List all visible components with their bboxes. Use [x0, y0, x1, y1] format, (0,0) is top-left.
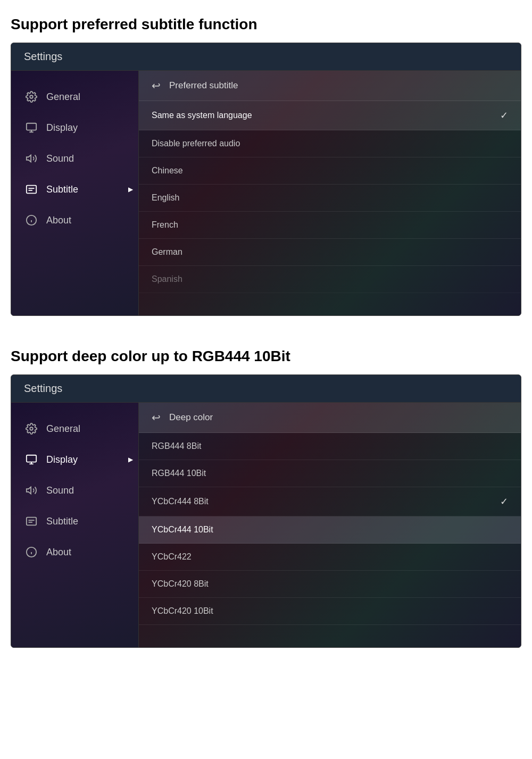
item-label: RGB444 10Bit: [152, 469, 206, 478]
list-item-ycbcr422[interactable]: YCbCr422: [139, 544, 521, 571]
item-label: French: [152, 220, 178, 230]
section2-content-list: RGB444 8Bit RGB444 10Bit YCbCr444 8Bit ✓…: [139, 433, 521, 647]
sidebar2-item-general[interactable]: General: [11, 413, 138, 444]
section1-sidebar: General Display: [11, 71, 139, 315]
item-label: English: [152, 193, 179, 203]
item-label: YCbCr420 10Bit: [152, 606, 213, 616]
sidebar2-subtitle-label: Subtitle: [46, 516, 78, 527]
section1-settings-header: Settings: [11, 43, 521, 71]
section2-content: ↩ Deep color RGB444 8Bit RGB444 10Bit YC…: [139, 403, 521, 647]
gear-icon: [24, 91, 39, 103]
gear-icon-2: [24, 423, 39, 435]
subtitle-icon-2: [24, 515, 39, 527]
content-header-label: Preferred subtitle: [169, 80, 238, 91]
item-label: YCbCr422: [152, 552, 192, 562]
list-item-ycbcr444-8bit[interactable]: YCbCr444 8Bit ✓: [139, 487, 521, 516]
about-icon-2: [24, 546, 39, 558]
svg-point-11: [30, 427, 33, 430]
section2-sidebar: General Display: [11, 403, 139, 647]
list-item-french[interactable]: French: [139, 212, 521, 239]
section1-content: ↩ Preferred subtitle Same as system lang…: [139, 71, 521, 315]
svg-rect-5: [27, 186, 36, 194]
sidebar-sound-label: Sound: [46, 153, 74, 164]
section2-panel: Settings General: [11, 374, 521, 648]
list-item-rgb444-8bit[interactable]: RGB444 8Bit: [139, 433, 521, 460]
display-icon: [24, 122, 39, 134]
svg-rect-1: [27, 123, 36, 130]
check-icon: ✓: [500, 110, 508, 121]
sidebar2-item-sound[interactable]: Sound: [11, 475, 138, 506]
list-item-german[interactable]: German: [139, 239, 521, 266]
list-item-english[interactable]: English: [139, 185, 521, 212]
sidebar-display-label: Display: [46, 122, 78, 134]
back-icon-2[interactable]: ↩: [152, 411, 161, 424]
sidebar2-general-label: General: [46, 423, 80, 435]
item-label: Disable preferred audio: [152, 139, 240, 148]
section1-content-list: Same as system language ✓ Disable prefer…: [139, 101, 521, 315]
sound-icon-2: [24, 485, 39, 496]
sidebar-general-label: General: [46, 91, 80, 103]
list-item-ycbcr420-10bit[interactable]: YCbCr420 10Bit: [139, 598, 521, 625]
item-label: YCbCr444 10Bit: [152, 525, 213, 535]
item-label: YCbCr444 8Bit: [152, 497, 209, 506]
svg-rect-16: [27, 518, 36, 526]
sidebar-item-display[interactable]: Display: [11, 112, 138, 143]
sidebar2-item-about[interactable]: About: [11, 537, 138, 568]
list-item-chinese[interactable]: Chinese: [139, 157, 521, 185]
list-item-same-as-system[interactable]: Same as system language ✓: [139, 101, 521, 130]
item-label: Same as system language: [152, 111, 252, 120]
section1-body: General Display: [11, 71, 521, 315]
sidebar-item-about[interactable]: About: [11, 205, 138, 236]
section1: Support preferred subtitle function Sett…: [11, 16, 521, 316]
content2-header-label: Deep color: [169, 412, 213, 423]
svg-marker-15: [27, 487, 31, 494]
list-item-disable[interactable]: Disable preferred audio: [139, 130, 521, 157]
sidebar2-sound-label: Sound: [46, 485, 74, 496]
svg-point-0: [30, 95, 33, 98]
sidebar-about-label: About: [46, 215, 71, 226]
section2: Support deep color up to RGB444 10Bit Se…: [11, 348, 521, 648]
section1-panel: Settings General: [11, 43, 521, 316]
svg-marker-4: [27, 155, 31, 162]
sidebar2-display-label: Display: [46, 454, 78, 465]
back-icon[interactable]: ↩: [152, 79, 161, 92]
list-item-spanish[interactable]: Spanish: [139, 266, 521, 293]
section1-title: Support preferred subtitle function: [11, 16, 521, 33]
item-label: YCbCr420 8Bit: [152, 579, 209, 589]
subtitle-icon: [24, 184, 39, 195]
section2-content-header: ↩ Deep color: [139, 403, 521, 433]
list-item-ycbcr420-8bit[interactable]: YCbCr420 8Bit: [139, 571, 521, 598]
sidebar-item-general[interactable]: General: [11, 81, 138, 112]
sidebar-item-subtitle[interactable]: Subtitle: [11, 174, 138, 205]
section2-body: General Display: [11, 403, 521, 647]
sidebar2-item-display[interactable]: Display: [11, 444, 138, 475]
section1-content-header: ↩ Preferred subtitle: [139, 71, 521, 101]
list-item-ycbcr444-10bit[interactable]: YCbCr444 10Bit: [139, 516, 521, 544]
svg-rect-12: [27, 455, 36, 462]
display-icon-2: [24, 454, 39, 465]
section2-title: Support deep color up to RGB444 10Bit: [11, 348, 521, 365]
sidebar2-about-label: About: [46, 547, 71, 558]
sidebar-subtitle-label: Subtitle: [46, 184, 78, 195]
section2-settings-header: Settings: [11, 375, 521, 403]
check-icon-2: ✓: [500, 496, 508, 507]
sidebar-item-sound[interactable]: Sound: [11, 143, 138, 174]
list-item-rgb444-10bit[interactable]: RGB444 10Bit: [139, 460, 521, 487]
about-icon: [24, 214, 39, 226]
item-label: Chinese: [152, 166, 183, 176]
sound-icon: [24, 153, 39, 164]
sidebar2-item-subtitle[interactable]: Subtitle: [11, 506, 138, 537]
item-label: Spanish: [152, 274, 182, 284]
item-label: RGB444 8Bit: [152, 441, 201, 451]
item-label: German: [152, 247, 182, 257]
